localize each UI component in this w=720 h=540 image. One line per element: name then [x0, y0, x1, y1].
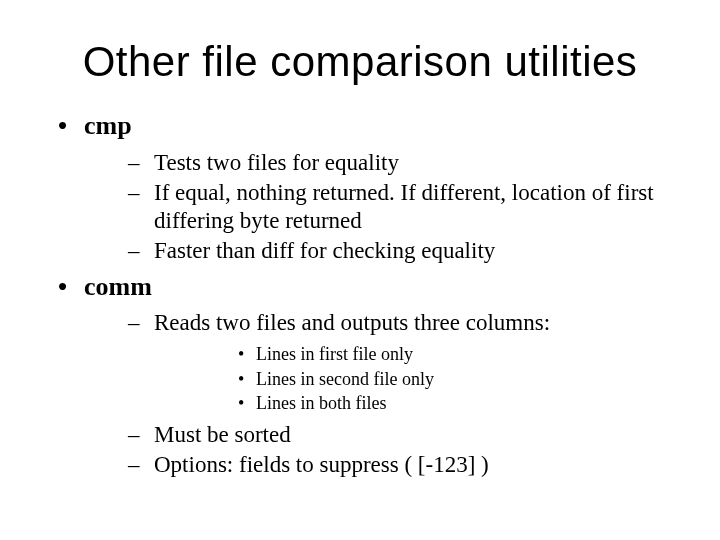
item-text: Faster than diff for checking equality — [154, 238, 495, 263]
slide-title: Other file comparison utilities — [44, 38, 676, 86]
item-text: Lines in first file only — [256, 344, 413, 364]
item-text: If equal, nothing returned. If different… — [154, 180, 654, 233]
item-text: Reads two files and outputs three column… — [154, 310, 550, 335]
item-text: Lines in both files — [256, 393, 386, 413]
list-item: Must be sorted — [84, 421, 676, 449]
item-label: cmp — [84, 111, 132, 140]
item-text: Must be sorted — [154, 422, 291, 447]
bullet-list-l1: cmp Tests two files for equality If equa… — [44, 110, 676, 479]
item-text: Tests two files for equality — [154, 150, 399, 175]
item-text: Lines in second file only — [256, 369, 434, 389]
list-item: Lines in first file only — [154, 343, 676, 366]
slide: Other file comparison utilities cmp Test… — [0, 0, 720, 540]
bullet-list-l2: Reads two files and outputs three column… — [84, 309, 676, 479]
item-text: Options: fields to suppress ( [-123] ) — [154, 452, 489, 477]
list-item: Faster than diff for checking equality — [84, 237, 676, 265]
list-item: Tests two files for equality — [84, 149, 676, 177]
bullet-list-l2: Tests two files for equality If equal, n… — [84, 149, 676, 265]
bullet-list-l3: Lines in first file only Lines in second… — [154, 343, 676, 415]
list-item: comm Reads two files and outputs three c… — [44, 271, 676, 479]
item-label: comm — [84, 272, 152, 301]
list-item: Options: fields to suppress ( [-123] ) — [84, 451, 676, 479]
list-item: Reads two files and outputs three column… — [84, 309, 676, 415]
list-item: If equal, nothing returned. If different… — [84, 179, 676, 235]
list-item: Lines in both files — [154, 392, 676, 415]
list-item: Lines in second file only — [154, 368, 676, 391]
list-item: cmp Tests two files for equality If equa… — [44, 110, 676, 265]
